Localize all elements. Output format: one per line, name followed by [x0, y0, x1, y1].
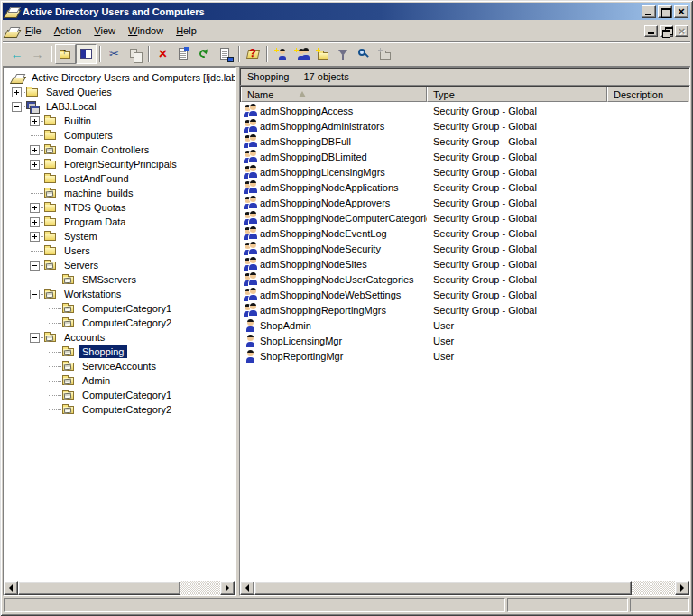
tree-item-label[interactable]: System — [61, 230, 100, 243]
list-row[interactable]: ShopReportingMgr User — [241, 348, 688, 363]
refresh-button[interactable] — [194, 44, 215, 64]
scroll-right-button[interactable] — [675, 581, 689, 595]
tree-expander-icon[interactable] — [29, 287, 43, 301]
tree-expander-icon[interactable] — [29, 186, 43, 200]
tree-expander-icon[interactable] — [47, 345, 61, 359]
tree-expander-icon[interactable] — [47, 316, 61, 330]
tree-item[interactable]: System — [4, 229, 235, 244]
tree-expander-icon[interactable] — [29, 114, 43, 128]
scrollbar-track[interactable] — [180, 581, 220, 595]
list-row[interactable]: admShoppingNodeWebSettings Security Grou… — [241, 287, 688, 302]
menu-item[interactable]: File — [19, 23, 48, 40]
tree-expander-icon[interactable] — [47, 373, 61, 388]
list-row[interactable]: admShoppingReportingMgrs Security Group … — [241, 302, 688, 317]
tree-expander-icon[interactable] — [11, 85, 25, 99]
tree-item-label[interactable]: ServiceAccounts — [79, 360, 159, 372]
tree-item-label[interactable]: ComputerCategory2 — [79, 317, 174, 329]
tree-item[interactable]: Accounts — [4, 330, 235, 345]
tree-horizontal-scrollbar[interactable] — [4, 581, 235, 595]
tree-expander-icon[interactable] — [47, 359, 61, 373]
list-row[interactable]: admShoppingNodeComputerCategories Securi… — [241, 210, 688, 225]
scroll-right-button[interactable] — [220, 581, 235, 595]
tree-expander-icon[interactable] — [47, 272, 61, 287]
tree-item-label[interactable]: ForeignSecurityPrincipals — [61, 158, 180, 170]
tree-item[interactable]: Servers — [4, 258, 235, 272]
menu-item[interactable]: View — [88, 23, 122, 40]
tree-item[interactable]: ComputerCategory2 — [4, 402, 235, 417]
tree-item-label[interactable]: NTDS Quotas — [61, 201, 128, 214]
new-organizational-unit-button[interactable] — [312, 44, 333, 64]
column-header-name[interactable]: Name — [241, 87, 427, 102]
scrollbar-thumb[interactable] — [18, 581, 180, 595]
tree-item-label[interactable]: Saved Queries — [43, 86, 115, 98]
properties-button[interactable] — [173, 44, 194, 64]
tree-item-label[interactable]: Builtin — [61, 115, 94, 127]
tree-item-label[interactable]: ComputerCategory1 — [79, 302, 174, 315]
tree-item-label[interactable]: LostAndFound — [61, 172, 132, 185]
list-row[interactable]: admShoppingNodeEventLog Security Group -… — [241, 225, 688, 241]
tree-item-label[interactable]: Admin — [79, 374, 113, 387]
tree-expander-icon[interactable] — [29, 215, 43, 229]
list-row[interactable]: admShoppingAdministrators Security Group… — [241, 118, 688, 133]
scroll-left-button[interactable] — [4, 581, 18, 595]
menu-item[interactable]: Action — [48, 23, 88, 40]
tree-item-label[interactable]: ComputerCategory1 — [79, 389, 174, 401]
tree-item-label[interactable]: Users — [61, 244, 93, 257]
tree-item[interactable]: LABJ.Local — [4, 99, 235, 114]
menu-item[interactable]: Help — [170, 23, 203, 40]
list-row[interactable]: admShoppingNodeSecurity Security Group -… — [241, 241, 688, 256]
list-row[interactable]: admShoppingDBFull Security Group - Globa… — [241, 133, 688, 149]
tree-item[interactable]: ServiceAccounts — [4, 359, 235, 373]
scrollbar-thumb[interactable] — [254, 581, 632, 595]
tree-item[interactable]: Domain Controllers — [4, 143, 235, 157]
tree-expander-icon[interactable] — [29, 171, 43, 186]
filter-button[interactable] — [333, 44, 354, 64]
tree-item[interactable]: machine_builds — [4, 186, 235, 200]
scrollbar-track[interactable] — [632, 581, 675, 595]
menu-item[interactable]: Window — [122, 23, 170, 40]
tree-item-label[interactable]: Domain Controllers — [61, 143, 152, 156]
close-button[interactable] — [674, 5, 688, 18]
tree-item[interactable]: Shopping — [4, 345, 235, 359]
tree-item[interactable]: SMSservers — [4, 272, 235, 287]
tree-expander-icon[interactable] — [29, 143, 43, 157]
tree-expander-icon[interactable] — [29, 330, 43, 345]
tree-item-label[interactable]: Computers — [61, 129, 116, 142]
maximize-button[interactable] — [658, 5, 672, 18]
list-row[interactable]: admShoppingNodeUserCategories Security G… — [241, 271, 688, 287]
child-close-button[interactable] — [675, 25, 688, 37]
tree-item-label[interactable]: ComputerCategory2 — [79, 403, 174, 416]
list-row[interactable]: ShopLicensingMgr User — [241, 333, 688, 348]
tree-item[interactable]: Builtin — [4, 114, 235, 128]
delete-button[interactable]: × — [152, 44, 173, 64]
forward-button[interactable]: → — [27, 44, 48, 64]
tree-expander-icon[interactable] — [11, 99, 25, 114]
up-one-level-button[interactable]: ↑ — [55, 44, 76, 64]
tree-item[interactable]: ComputerCategory2 — [4, 316, 235, 330]
tree-expander-icon[interactable] — [29, 229, 43, 244]
tree-item[interactable]: Program Data — [4, 215, 235, 229]
tree-expander-icon[interactable] — [29, 244, 43, 258]
tree-item[interactable]: Admin — [4, 373, 235, 388]
list-horizontal-scrollbar[interactable] — [240, 581, 689, 595]
tree-item[interactable]: Saved Queries — [4, 85, 235, 99]
list-row[interactable]: admShoppingNodeApplications Security Gro… — [241, 179, 688, 195]
minimize-button[interactable] — [642, 5, 656, 18]
tree-item-label[interactable]: SMSservers — [79, 273, 139, 286]
tree-item[interactable]: Computers — [4, 128, 235, 143]
tree-expander-icon[interactable] — [47, 301, 61, 316]
tree-item-label[interactable]: Servers — [61, 259, 101, 271]
tree-item[interactable]: ForeignSecurityPrincipals — [4, 157, 235, 171]
tree-item-label[interactable]: machine_builds — [61, 187, 135, 199]
tree-item[interactable]: Workstations — [4, 287, 235, 301]
list-row[interactable]: ShopAdmin User — [241, 317, 688, 333]
list-row[interactable]: admShoppingLicensingMgrs Security Group … — [241, 164, 688, 179]
help-button[interactable]: ? — [243, 44, 263, 64]
export-list-button[interactable]: → — [215, 44, 236, 64]
scroll-left-button[interactable] — [240, 581, 254, 595]
child-restore-button[interactable] — [660, 25, 673, 37]
new-group-button[interactable] — [291, 44, 312, 64]
tree-item-label[interactable]: Accounts — [61, 331, 107, 344]
tree-item[interactable]: NTDS Quotas — [4, 200, 235, 215]
tree-item[interactable]: Active Directory Users and Computers [lj… — [4, 70, 235, 85]
